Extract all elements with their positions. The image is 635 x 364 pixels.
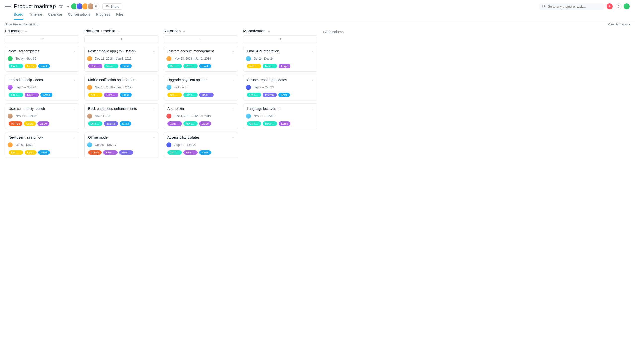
task-card[interactable]: Faster mobile app (75% faster)⌄Dec 11, 2…: [84, 46, 159, 72]
tag[interactable]: Small: [120, 93, 132, 97]
chevron-down-icon[interactable]: ⌄: [310, 49, 314, 52]
tag[interactable]: Internal: [104, 122, 118, 126]
chevron-down-icon[interactable]: ⌄: [72, 106, 76, 110]
tab-files[interactable]: Files: [116, 12, 124, 20]
chevron-down-icon[interactable]: ⌄: [25, 30, 27, 33]
chevron-down-icon[interactable]: ⌄: [72, 49, 76, 52]
assignee-avatar[interactable]: [166, 142, 172, 148]
chevron-down-icon[interactable]: ⌄: [72, 78, 76, 81]
tab-progress[interactable]: Progress: [96, 12, 110, 20]
assignee-avatar[interactable]: [166, 56, 172, 62]
assignee-avatar[interactable]: [7, 142, 13, 148]
tag[interactable]: At Risk: [88, 150, 102, 155]
tag[interactable]: Small: [278, 93, 290, 97]
task-card[interactable]: App reskin⌄Dec 1, 2018 – Jan 19, 2019Com…: [164, 104, 238, 129]
tag[interactable]: Small: [120, 64, 132, 68]
tag[interactable]: Revenue: [104, 64, 118, 68]
chevron-down-icon[interactable]: ⌄: [268, 30, 270, 33]
tag[interactable]: Users: [25, 64, 37, 68]
tag[interactable]: Small: [38, 64, 50, 68]
task-card[interactable]: User community launch⌄Nov 11 – Dec 31At …: [5, 104, 79, 129]
tag[interactable]: Large: [279, 64, 290, 68]
tag[interactable]: Small: [120, 122, 132, 126]
task-card[interactable]: Upgrade payment options⌄Oct 7 – 30Not St…: [164, 75, 238, 100]
chevron-down-icon[interactable]: ⌄: [183, 30, 185, 33]
tag[interactable]: Revenue: [183, 93, 198, 97]
assignee-avatar[interactable]: [166, 113, 172, 119]
chevron-down-icon[interactable]: ⌄: [151, 106, 155, 110]
tag[interactable]: Not Started: [247, 64, 261, 68]
tab-board[interactable]: Board: [14, 12, 23, 20]
tag[interactable]: Retention: [104, 93, 118, 97]
tag[interactable]: Users: [24, 122, 36, 126]
assignee-avatar[interactable]: [87, 84, 93, 90]
assignee-avatar[interactable]: [245, 113, 251, 119]
menu-icon[interactable]: [5, 4, 11, 10]
add-card-button[interactable]: +: [84, 36, 159, 43]
view-selector[interactable]: View: All Tasks ▾: [608, 22, 630, 26]
avatar-overflow[interactable]: 9: [93, 3, 100, 10]
assignee-avatar[interactable]: [87, 56, 93, 62]
tab-calendar[interactable]: Calendar: [48, 12, 62, 20]
assignee-avatar[interactable]: [87, 113, 93, 119]
tag[interactable]: Revenue: [183, 64, 198, 68]
global-add-button[interactable]: +: [607, 4, 613, 10]
tag[interactable]: Users: [25, 150, 37, 155]
tag[interactable]: At Risk: [9, 122, 22, 126]
assignee-avatar[interactable]: [245, 84, 251, 90]
tab-conversations[interactable]: Conversations: [68, 12, 91, 20]
add-card-button[interactable]: +: [243, 36, 318, 43]
task-card[interactable]: Custom account management⌄Nov 23, 2018 –…: [164, 46, 238, 72]
show-description-link[interactable]: Show Project Description: [5, 22, 38, 26]
assignee-avatar[interactable]: [166, 84, 172, 90]
tag[interactable]: Medium: [119, 150, 134, 155]
tag[interactable]: Retention: [103, 150, 118, 155]
task-card[interactable]: Offline mode⌄Oct 26 – Nov 17At RiskReten…: [84, 132, 159, 158]
task-card[interactable]: Mobile notification optimization⌄Nov 16,…: [84, 75, 159, 100]
tag[interactable]: Internal: [263, 93, 277, 97]
assignee-avatar[interactable]: [7, 56, 13, 62]
chevron-down-icon[interactable]: ⌄: [151, 136, 155, 139]
tag[interactable]: On Track: [247, 93, 261, 97]
tag[interactable]: Large: [199, 122, 211, 126]
assignee-avatar[interactable]: [7, 84, 13, 90]
add-card-button[interactable]: +: [164, 36, 238, 43]
tag[interactable]: Small: [199, 150, 211, 155]
task-card[interactable]: New user templates⌄Today – Sep 30On Trac…: [5, 46, 79, 72]
tag[interactable]: Small: [38, 150, 50, 155]
tag[interactable]: Medium: [199, 93, 214, 97]
tag[interactable]: Revenue: [263, 64, 277, 68]
assignee-avatar[interactable]: [245, 56, 251, 62]
global-search[interactable]: [539, 3, 604, 10]
assignee-avatar[interactable]: [7, 113, 13, 119]
chevron-down-icon[interactable]: ⌄: [151, 49, 155, 52]
search-input[interactable]: [548, 5, 601, 8]
current-user-avatar[interactable]: [623, 3, 630, 10]
chevron-down-icon[interactable]: ⌄: [151, 78, 155, 81]
task-card[interactable]: Custom reporting updates⌄Sep 2 – Oct 23O…: [243, 75, 318, 100]
chevron-down-icon[interactable]: ⌄: [72, 136, 76, 139]
task-card[interactable]: Back-end speed enhancements⌄Nov 11 – 26O…: [84, 104, 159, 129]
task-card[interactable]: In-product help videos⌄Sep 6 – Nov 28On …: [5, 75, 79, 100]
tag[interactable]: On Track: [9, 93, 23, 97]
add-card-button[interactable]: +: [5, 36, 79, 43]
star-icon[interactable]: [59, 4, 63, 9]
tag[interactable]: Not Started: [167, 93, 182, 97]
chevron-down-icon[interactable]: ⌄: [230, 106, 234, 110]
share-button[interactable]: Share: [103, 4, 123, 10]
tag[interactable]: On Track: [167, 64, 182, 68]
tag[interactable]: On Track: [88, 122, 103, 126]
member-avatars[interactable]: 9: [72, 3, 100, 10]
tab-timeline[interactable]: Timeline: [29, 12, 42, 20]
tag[interactable]: Complete: [88, 64, 103, 68]
tag[interactable]: Revenue: [263, 122, 277, 126]
chevron-down-icon[interactable]: ⌄: [117, 30, 120, 33]
tag[interactable]: On Track: [247, 122, 261, 126]
add-column-button[interactable]: + Add column: [322, 29, 344, 34]
chevron-down-icon[interactable]: ⌄: [310, 78, 314, 81]
tag[interactable]: On Track: [167, 150, 182, 155]
tag[interactable]: Retention: [25, 93, 39, 97]
task-card[interactable]: Language localization⌄Nov 13 – Dec 31On …: [243, 104, 318, 129]
more-icon[interactable]: ⋯: [66, 4, 69, 8]
help-button[interactable]: ?: [616, 4, 621, 10]
